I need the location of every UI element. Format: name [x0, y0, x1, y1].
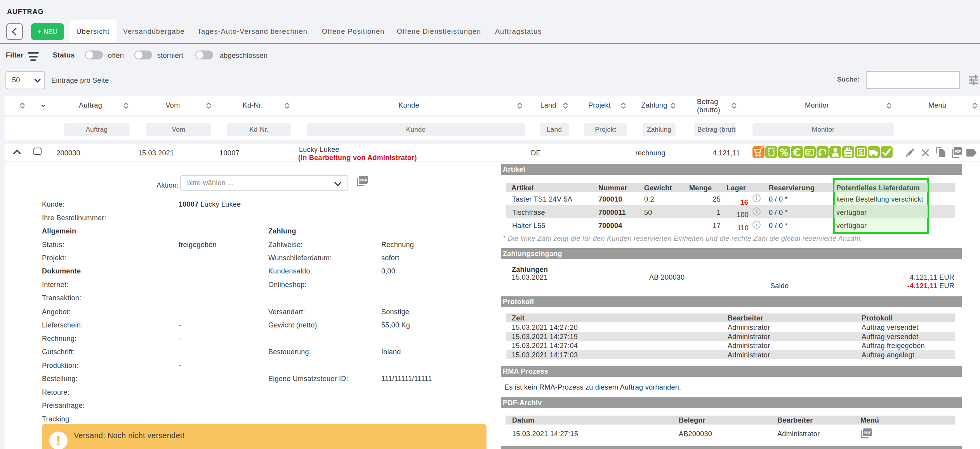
svg-text:PDF: PDF	[360, 178, 367, 182]
svg-text:PDF: PDF	[955, 150, 961, 153]
svg-text:$: $	[859, 149, 863, 156]
svg-text:PDF: PDF	[864, 430, 871, 435]
